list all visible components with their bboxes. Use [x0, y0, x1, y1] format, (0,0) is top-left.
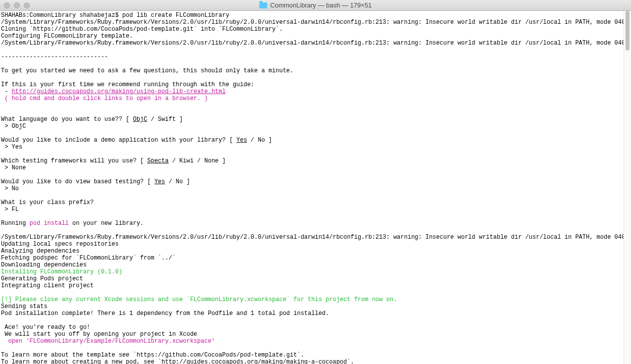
default-option: Yes — [155, 178, 165, 185]
scrollbar-track[interactable] — [624, 11, 631, 364]
window-titlebar: CommonLibrary — bash — 179×51 — [0, 0, 631, 11]
question-text: What language do you want to use?? [ — [1, 116, 133, 123]
output-line: /System/Library/Frameworks/Ruby.framewor… — [1, 40, 631, 47]
output-line: /System/Library/Frameworks/Ruby.framewor… — [1, 19, 631, 26]
output-line: Cloning `https://github.com/CocoaPods/po… — [1, 26, 283, 33]
output-line: Generating Pods project — [1, 275, 83, 282]
default-option: Specta — [147, 157, 168, 164]
zoom-button[interactable] — [24, 2, 30, 8]
output-line: Running — [1, 220, 30, 227]
output-line: To get you started we need to ask a few … — [1, 67, 294, 74]
question-text: Would you like to include a demo applica… — [1, 137, 236, 144]
shell-command: pod lib create FLCommonLibrary — [122, 12, 229, 19]
output-line: on your new library. — [69, 220, 144, 227]
guide-link[interactable]: http://guides.cocoapods.org/making/using… — [12, 88, 226, 95]
output-line: Sending stats — [1, 303, 48, 310]
output-line: Analyzing dependencies — [1, 248, 79, 255]
output-line: Pod installation complete! There is 1 de… — [1, 310, 329, 317]
question-text: What is your class prefix? — [1, 199, 94, 206]
window-title: CommonLibrary — bash — 179×51 — [260, 1, 372, 9]
user-input: > None — [1, 164, 26, 171]
folder-icon — [260, 2, 267, 8]
question-text: Which testing frameworks will you use? [ — [1, 157, 147, 164]
hint-text: ( hold cmd and double click links to ope… — [1, 95, 208, 102]
workspace-notice: [!] Please close any current Xcode sessi… — [1, 296, 397, 303]
window-controls — [0, 2, 30, 8]
output-line: If this is your first time we recommend … — [1, 81, 258, 88]
open-command: open 'FLCommonLibrary/Example/FLCommonLi… — [1, 338, 215, 345]
title-text: CommonLibrary — bash — 179×51 — [270, 1, 372, 9]
command-highlight: pod install — [30, 220, 69, 227]
output-line: Ace! you're ready to go! — [1, 324, 90, 331]
output-line: We will start you off by opening your pr… — [1, 331, 197, 338]
close-button[interactable] — [4, 2, 10, 8]
user-input: > Yes — [1, 144, 22, 151]
default-option: ObjC — [133, 116, 147, 123]
user-input: > No — [1, 185, 19, 192]
output-line: Fetching podspec for `FLCommonLibrary` f… — [1, 255, 176, 261]
output-line: Downloading dependencies — [1, 261, 87, 268]
output-line: To learn more about the template see `ht… — [1, 352, 304, 359]
output-line: - — [1, 88, 12, 95]
user-input: > ObjC — [1, 123, 26, 130]
default-option: Yes — [236, 137, 247, 144]
question-text: Would you like to do view based testing?… — [1, 178, 155, 185]
output-line: Integrating client project — [1, 282, 94, 289]
output-line: Configuring FLCommonLibrary template. — [1, 33, 133, 40]
question-text: / No ] — [247, 137, 272, 144]
question-text: / Kiwi / None ] — [168, 157, 225, 164]
minimize-button[interactable] — [14, 2, 20, 8]
shell-prompt: SHAHABs:CommonLibrary shahabejaz$ — [1, 12, 122, 19]
output-line: To learn more about creating a new pod, … — [1, 359, 354, 364]
terminal-output[interactable]: SHAHABs:CommonLibrary shahabejaz$ pod li… — [0, 11, 631, 364]
question-text: / Swift ] — [147, 116, 183, 123]
user-input: > FL — [1, 206, 19, 213]
output-line: ------------------------------ — [1, 53, 108, 60]
install-status: Installing FLCommonLibrary (0.1.0) — [1, 268, 122, 275]
scrollbar-thumb[interactable] — [626, 11, 630, 51]
output-line: /System/Library/Frameworks/Ruby.framewor… — [1, 234, 631, 241]
output-line: Updating local specs repositories — [1, 241, 119, 248]
question-text: / No ] — [165, 178, 190, 185]
